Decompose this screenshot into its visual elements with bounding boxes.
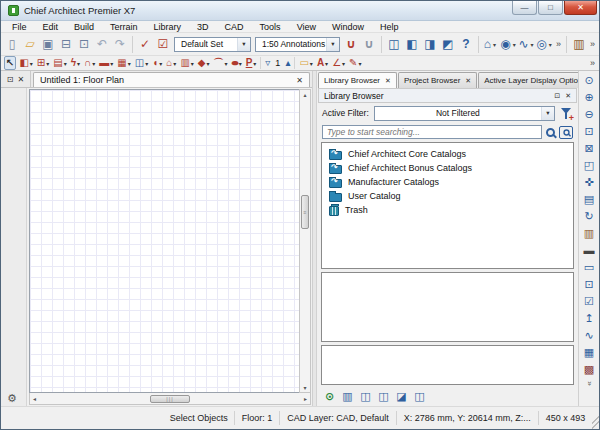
- cabinet-tools-icon[interactable]: ▦▾: [116, 56, 131, 70]
- terrain-tools-icon[interactable]: ●▾: [231, 56, 243, 70]
- float-window-icon[interactable]: ⊡: [554, 92, 560, 100]
- chevron-down-icon[interactable]: ▾: [237, 38, 250, 51]
- close-icon[interactable]: ✕: [18, 75, 25, 84]
- rotate-plan-icon[interactable]: ↻: [581, 208, 598, 225]
- close-icon[interactable]: ✕: [385, 77, 391, 85]
- perspective-camera-icon[interactable]: ◉▾: [500, 35, 518, 54]
- full-camera-view-icon[interactable]: ⌂▾: [482, 35, 500, 54]
- scroll-up-icon[interactable]: ▴: [303, 90, 306, 99]
- chevron-down-icon[interactable]: ▾: [511, 41, 518, 48]
- chevron-down-icon[interactable]: ▾: [342, 60, 345, 67]
- stair-tools-icon[interactable]: ∩▾: [83, 56, 96, 70]
- scale-ruler-icon[interactable]: ▬: [581, 242, 598, 259]
- chevron-down-icon[interactable]: ▾: [159, 60, 162, 67]
- spline-icon[interactable]: ∿: [581, 327, 598, 344]
- chevron-down-icon[interactable]: ▾: [225, 60, 228, 67]
- walkthrough-icon[interactable]: ∿▾: [518, 35, 536, 54]
- text-tools-icon[interactable]: P▾: [245, 56, 258, 70]
- layer-options-panel-icon[interactable]: ◨: [421, 35, 439, 54]
- open-plan-icon[interactable]: ▱: [21, 35, 39, 54]
- appliance-tools-icon[interactable]: ◖▾: [151, 56, 163, 70]
- properties-panel-icon[interactable]: ◫: [412, 389, 427, 404]
- horizontal-scroll-thumb[interactable]: |||: [150, 395, 190, 403]
- vertical-scrollbar[interactable]: ▴ ≡ ▾: [299, 89, 311, 393]
- chevron-down-icon[interactable]: ▾: [30, 60, 33, 67]
- maximize-button[interactable]: □: [538, 1, 563, 15]
- CAD[interactable]: CAD: [217, 22, 252, 32]
- cabinet-view-icon[interactable]: ▥: [581, 225, 598, 242]
- library-panels-icon[interactable]: ▥: [340, 389, 355, 404]
- edit-check-icon[interactable]: ☑: [581, 293, 598, 310]
- door-tools-icon[interactable]: ◧▾: [18, 56, 33, 70]
- chevron-down-icon[interactable]: ▾: [92, 60, 95, 67]
- minimize-button[interactable]: —: [512, 1, 537, 15]
- toolbar-overflow-icon[interactable]: »: [584, 381, 593, 385]
- 3D[interactable]: 3D: [189, 22, 217, 32]
- redo-icon[interactable]: ↷: [111, 35, 129, 54]
- sketch-tools-icon[interactable]: ✎▾: [348, 56, 362, 70]
- scroll-left-icon[interactable]: ◂: [33, 395, 36, 402]
- magnet-snap-red-icon[interactable]: ∪: [342, 35, 360, 54]
- horizontal-scrollbar[interactable]: ◂ ||| ▸: [29, 393, 311, 405]
- import-icon[interactable]: ↥: [581, 310, 598, 327]
- toolbar-overflow-icon[interactable]: »: [554, 39, 563, 49]
- cabinet-docked-icon[interactable]: ▥: [570, 35, 588, 54]
- Help[interactable]: Help: [372, 22, 407, 32]
- chevron-down-icon[interactable]: ▾: [491, 41, 498, 48]
- close-button[interactable]: ✕: [564, 1, 597, 15]
- rich-text-tools-icon[interactable]: A▾: [316, 56, 329, 70]
- framing-tools-icon[interactable]: ▥▾: [179, 56, 194, 70]
- measure-tools-icon[interactable]: ▭▾: [298, 56, 313, 70]
- default-set-combo[interactable]: Default Set ▾: [174, 37, 251, 52]
- filter-funnel-icon[interactable]: [560, 107, 573, 120]
- resize-grip[interactable]: [592, 407, 599, 429]
- roof-tools-icon[interactable]: ⌂▾: [165, 56, 177, 70]
- help-button[interactable]: ?: [457, 35, 475, 54]
- Trash[interactable]: Trash: [329, 203, 573, 217]
- chevron-down-icon[interactable]: ▾: [325, 60, 328, 67]
- side-window-panel-icon[interactable]: ◩: [439, 35, 457, 54]
- floor-plan-tab[interactable]: Untitled 1: Floor Plan ✕: [33, 72, 310, 87]
- floor-down-icon[interactable]: ▿: [264, 56, 271, 70]
- scroll-right-icon[interactable]: ▸: [304, 395, 307, 402]
- chevron-down-icon[interactable]: ▾: [253, 60, 256, 67]
- chevron-down-icon[interactable]: ▾: [64, 60, 67, 67]
- print-preview-icon[interactable]: ⊡: [75, 35, 93, 54]
- close-icon[interactable]: ✕: [565, 92, 571, 100]
- float-window-icon[interactable]: ⊡: [7, 75, 14, 84]
- active-filter-select[interactable]: Not Filtered ▾: [374, 106, 555, 121]
- Library[interactable]: Library: [146, 22, 190, 32]
- File[interactable]: File: [4, 22, 35, 32]
- snap-grid-icon[interactable]: ▩: [581, 361, 598, 378]
- chevron-down-icon[interactable]: ▾: [145, 60, 148, 67]
- zoom-in-icon[interactable]: ⊕: [581, 89, 598, 106]
- chevron-down-icon[interactable]: ▾: [191, 60, 194, 67]
- vertical-scroll-thumb[interactable]: ≡: [301, 195, 309, 229]
- Chief Architect Bonus Catalogs[interactable]: Chief Architect Bonus Catalogs: [329, 161, 573, 175]
- floor-plan-canvas[interactable]: [29, 89, 299, 393]
- new-plan-icon[interactable]: ▯: [3, 35, 21, 54]
- preview-loupe-icon[interactable]: ⊙: [322, 389, 337, 404]
- scroll-down-icon[interactable]: ▾: [303, 383, 306, 392]
- print-icon[interactable]: ⊟: [57, 35, 75, 54]
- preview-box-icon[interactable]: ⊡: [581, 276, 598, 293]
- Project Browser[interactable]: Project Browser ✕: [398, 72, 477, 88]
- panel-toggle-2-icon[interactable]: ◫: [376, 389, 391, 404]
- roof-plane-tools-icon[interactable]: ◆▾: [197, 56, 211, 70]
- spell-check-icon[interactable]: ✓: [136, 35, 154, 54]
- toolbar-overflow-icon[interactable]: »: [588, 39, 597, 49]
- Tools[interactable]: Tools: [252, 22, 289, 32]
- window-tools-icon[interactable]: ⊞▾: [36, 56, 50, 70]
- Terrain[interactable]: Terrain: [102, 22, 146, 32]
- chevron-down-icon[interactable]: ▾: [359, 60, 362, 67]
- zoom-icon[interactable]: ⊙: [581, 72, 598, 89]
- chevron-down-icon[interactable]: ▾: [173, 60, 176, 67]
- annotation-scale-combo[interactable]: 1:50 Annotations ▾: [255, 37, 340, 52]
- render-view-icon[interactable]: ◎▾: [536, 35, 554, 54]
- save-plan-icon[interactable]: ▣: [39, 35, 57, 54]
- View[interactable]: View: [289, 22, 324, 32]
- chevron-down-icon[interactable]: ▾: [128, 60, 131, 67]
- library-browser-panel-icon[interactable]: ◧: [403, 35, 421, 54]
- panel-toggle-1-icon[interactable]: ◫: [358, 389, 373, 404]
- chevron-down-icon[interactable]: ▾: [110, 60, 113, 67]
